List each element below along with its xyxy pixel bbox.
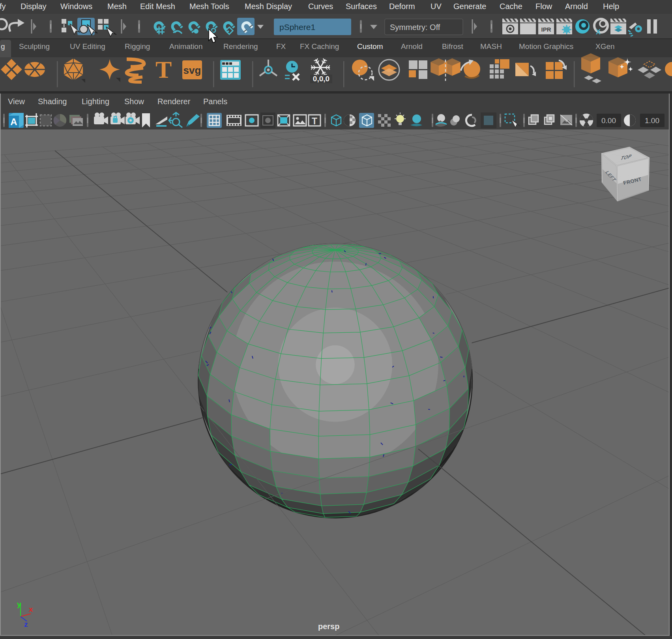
svg-text:T: T <box>312 116 317 126</box>
svg-text:0,0,0: 0,0,0 <box>313 75 329 83</box>
svg-text:T: T <box>155 56 172 83</box>
svg-text:1.00: 1.00 <box>645 116 659 125</box>
svg-text:IPR: IPR <box>541 26 551 33</box>
svg-text:0.00: 0.00 <box>601 116 616 125</box>
svg-text:Symmetry: Off: Symmetry: Off <box>390 23 440 32</box>
svg-text:persp: persp <box>318 622 339 631</box>
svg-text:X: X <box>596 28 601 36</box>
svg-text:x: x <box>29 605 33 613</box>
svg-text:z: z <box>24 620 28 628</box>
svg-text:svg: svg <box>183 64 201 76</box>
svg-text:pSphere1: pSphere1 <box>279 22 315 32</box>
svg-text:y: y <box>17 600 21 608</box>
svg-text:A: A <box>10 116 17 127</box>
